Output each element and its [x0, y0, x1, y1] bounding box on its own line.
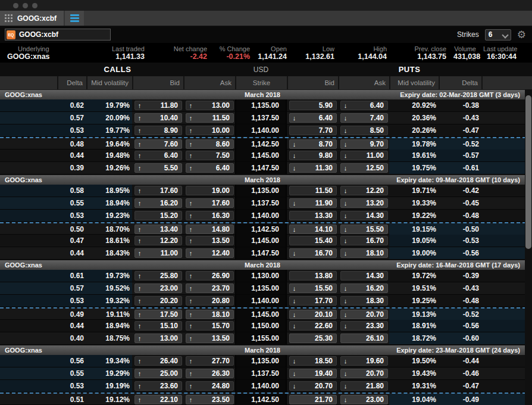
put-bid-cell-box[interactable]: ↓15.50: [289, 284, 337, 293]
call-bid-cell-box[interactable]: ↑23.00: [134, 284, 182, 293]
call-ask-cell-box[interactable]: ↑26.30: [186, 369, 234, 378]
put-ask-cell-box[interactable]: ↓18.30: [340, 296, 388, 306]
call-ask-cell-box[interactable]: ↑17.60: [186, 198, 234, 208]
call-bid-cell-box[interactable]: ↑22.10: [134, 395, 182, 404]
put-bid-cell-box[interactable]: ↓14.10: [289, 225, 337, 234]
put-bid-cell-box[interactable]: 15.40: [289, 236, 337, 245]
put-bid-cell-box[interactable]: 7.70: [289, 126, 337, 135]
put-bid-cell-box[interactable]: ↓9.80: [289, 151, 337, 160]
call-ask-cell-box[interactable]: 19.00: [186, 186, 234, 195]
put-ask-cell-box[interactable]: ↓16.70: [340, 236, 388, 245]
option-row[interactable]: 0.5119.12%↑22.10↑23.501,142.5021.70↓23.0…: [0, 392, 532, 405]
call-ask-cell-box[interactable]: ↑13.50: [186, 236, 234, 245]
tab-menu-button[interactable]: [65, 11, 84, 26]
option-row[interactable]: 0.5319.32%↑20.20↑20.801,140.00↓17.70↓18.…: [0, 295, 532, 307]
option-row[interactable]: 0.5319.77%↑8.90↑10.001,140.007.70↓8.5020…: [0, 124, 532, 137]
call-bid-cell-box[interactable]: ↑6.40: [134, 151, 182, 160]
put-ask-cell-box[interactable]: ↓16.20: [340, 284, 388, 293]
put-bid-cell-box[interactable]: 25.30: [289, 334, 337, 343]
instrument-search-field[interactable]: EQ GOOG:xcbf: [5, 29, 111, 40]
call-ask-cell-box[interactable]: ↑15.70: [186, 321, 234, 331]
call-ask-cell-box[interactable]: ↑26.90: [186, 271, 234, 281]
call-bid-cell-box[interactable]: ↑8.90: [134, 126, 182, 135]
option-row[interactable]: 0.5018.70%↑13.40↑14.801,142.50↓14.10↓15.…: [0, 222, 532, 235]
put-bid-cell-box[interactable]: 13.80: [289, 271, 337, 281]
call-bid-cell-box[interactable]: ↑25.00: [134, 369, 182, 378]
put-ask-cell-box[interactable]: ↓13.20: [340, 198, 388, 208]
scrollbar-thumb[interactable]: [525, 95, 531, 249]
call-ask-cell-box[interactable]: ↑12.40: [186, 248, 234, 258]
call-bid-cell-box[interactable]: ↑17.60: [134, 186, 182, 195]
call-bid-cell-box[interactable]: ↑15.10: [134, 321, 182, 331]
put-bid-cell-box[interactable]: ↓22.60: [289, 321, 337, 331]
call-ask-cell-box[interactable]: ↑18.10: [186, 310, 234, 319]
put-ask-cell-box[interactable]: ↓12.20: [340, 186, 388, 195]
put-ask-cell-box[interactable]: ↓19.60: [340, 356, 388, 366]
put-ask-cell-box[interactable]: 14.30: [340, 271, 388, 281]
window-minimize-button[interactable]: [23, 3, 28, 8]
put-bid-cell-box[interactable]: 21.70: [289, 395, 337, 404]
call-bid-cell-box[interactable]: ↑16.20: [134, 198, 182, 208]
option-row[interactable]: 0.5319.23%15.20↑16.301,140.0013.30↓14.30…: [0, 210, 532, 222]
option-row[interactable]: 0.4919.11%↑17.50↑18.101,145.00↓20.10↓20.…: [0, 307, 532, 320]
call-bid-cell-box[interactable]: ↑11.00: [134, 248, 182, 258]
put-ask-cell-box[interactable]: ↓23.30: [340, 321, 388, 331]
put-ask-cell-box[interactable]: ↓15.50: [340, 225, 388, 234]
put-ask-cell-box[interactable]: ↓18.10: [340, 248, 388, 258]
vertical-scrollbar[interactable]: [525, 89, 532, 405]
call-ask-cell-box[interactable]: ↑16.30: [186, 211, 234, 220]
option-row[interactable]: 0.5818.95%↑17.6019.001,135.0011.50↓12.20…: [0, 185, 532, 197]
put-bid-cell-box[interactable]: ↓18.50: [289, 356, 337, 366]
call-bid-cell-box[interactable]: ↑10.40: [134, 113, 182, 123]
put-ask-cell-box[interactable]: ↓9.70: [340, 139, 388, 149]
call-bid-cell-box[interactable]: ↑26.40: [134, 356, 182, 366]
put-ask-cell-box[interactable]: ↓20.70: [340, 369, 388, 378]
call-ask-cell-box[interactable]: ↑20.80: [186, 296, 234, 306]
call-bid-cell-box[interactable]: ↑17.50: [134, 310, 182, 319]
put-bid-cell-box[interactable]: ↓20.70: [289, 381, 337, 391]
put-bid-cell-box[interactable]: ↓16.70: [289, 248, 337, 258]
put-bid-cell-box[interactable]: ↓19.40: [289, 369, 337, 378]
call-bid-cell-box[interactable]: ↑11.80: [134, 101, 182, 110]
put-bid-cell-box[interactable]: ↓20.10: [289, 310, 337, 319]
call-bid-cell-box[interactable]: 15.20: [134, 211, 182, 220]
call-bid-cell-box[interactable]: ↑25.80: [134, 271, 182, 281]
call-ask-cell-box[interactable]: ↑23.50: [186, 395, 234, 404]
option-row[interactable]: 0.5719.52%↑23.00↑23.701,135.00↓15.50↓16.…: [0, 282, 532, 295]
tab-goog-xcbf[interactable]: GOOG:xcbf: [0, 11, 64, 26]
put-ask-cell-box[interactable]: ↓8.50: [340, 126, 388, 135]
option-row[interactable]: 0.4718.61%↑12.20↑13.501,145.0015.40↓16.7…: [0, 235, 532, 247]
call-ask-cell-box[interactable]: ↑8.60: [186, 139, 234, 149]
option-row[interactable]: 0.3919.26%↑5.50↑6.401,147.50↓11.30↓12.50…: [0, 162, 532, 175]
put-bid-cell-box[interactable]: ↓17.70: [289, 296, 337, 306]
window-zoom-button[interactable]: [32, 3, 37, 8]
call-ask-cell-box[interactable]: ↑6.40: [186, 163, 234, 173]
option-row[interactable]: 0.4419.48%↑6.40↑7.501,145.00↓9.80↓11.001…: [0, 149, 532, 162]
put-bid-cell-box[interactable]: ↓8.70: [289, 139, 337, 149]
put-ask-cell-box[interactable]: ↓21.80: [340, 381, 388, 391]
put-ask-cell-box[interactable]: ↓12.50: [340, 163, 388, 173]
put-bid-cell-box[interactable]: 13.30: [289, 211, 337, 220]
option-row[interactable]: 0.4018.75%↑13.00↑13.501,155.0025.3026.10…: [0, 332, 532, 345]
call-bid-cell-box[interactable]: ↑7.60: [134, 139, 182, 149]
call-ask-cell-box[interactable]: ↑13.00: [186, 101, 234, 110]
put-ask-cell-box[interactable]: ↓14.30: [340, 211, 388, 220]
option-row[interactable]: 0.5319.19%↑23.60↑24.801,140.00↓20.70↓21.…: [0, 380, 532, 392]
call-ask-cell-box[interactable]: ↑14.80: [186, 225, 234, 234]
call-ask-cell-box[interactable]: ↑13.50: [186, 334, 234, 343]
call-ask-cell-box[interactable]: ↑11.50: [186, 113, 234, 123]
option-row[interactable]: 0.4418.94%↑15.10↑15.701,150.00↓22.60↓23.…: [0, 320, 532, 332]
put-bid-cell-box[interactable]: ↓11.90: [289, 198, 337, 208]
window-close-button[interactable]: [13, 3, 18, 8]
option-row[interactable]: 0.4418.43%↑11.00↑12.401,147.50↓16.70↓18.…: [0, 247, 532, 260]
put-ask-cell-box[interactable]: ↓7.40: [340, 113, 388, 123]
put-bid-cell-box[interactable]: 11.50: [289, 186, 337, 195]
grid-icon[interactable]: [5, 14, 12, 22]
call-ask-cell-box[interactable]: ↑7.50: [186, 151, 234, 160]
settings-gear-icon[interactable]: ⚙: [517, 30, 526, 40]
option-row[interactable]: 0.6219.79%↑11.80↑13.001,135.005.90↓6.402…: [0, 99, 532, 112]
option-row[interactable]: 0.6119.73%↑25.80↑26.901,130.0013.8014.30…: [0, 270, 532, 282]
put-bid-cell-box[interactable]: 5.90: [289, 101, 337, 110]
call-bid-cell-box[interactable]: ↑23.60: [134, 381, 182, 391]
option-row[interactable]: 0.5720.09%↑10.40↑11.501,137.50↓6.40↓7.40…: [0, 112, 532, 124]
